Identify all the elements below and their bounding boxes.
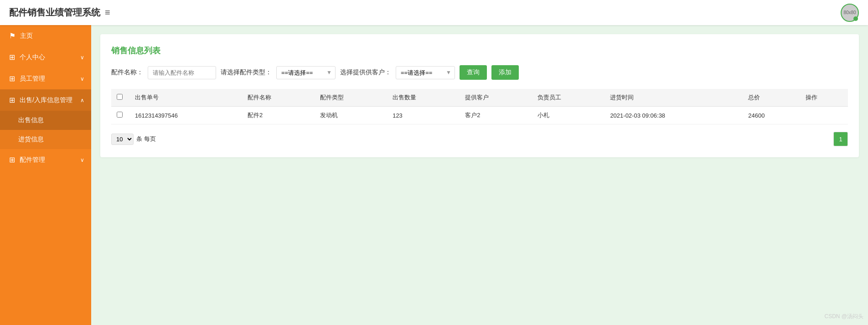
layout: ⚑ 主页 ⊞ 个人中心 ∨ ⊞ 员工管理 ∨ ⊞ 出售/入库信息管理 ∧ 出售信… (0, 25, 868, 325)
home-icon: ⚑ (9, 31, 16, 40)
col-order-no: 出售单号 (129, 89, 242, 107)
table-body: 1612314397546 配件2 发动机 123 客户2 小札 2021-02… (111, 107, 848, 124)
page-1-button[interactable]: 1 (833, 132, 848, 146)
header: 配件销售业绩管理系统 ≡ 80x80 (0, 0, 868, 25)
row-action (800, 107, 848, 124)
col-quantity: 出售数量 (387, 89, 460, 107)
col-total-price: 总价 (743, 89, 800, 107)
chevron-down-icon: ∨ (80, 54, 84, 61)
supplier-filter-select[interactable]: ==请选择== (396, 66, 455, 79)
sidebar-item-parts[interactable]: ⊞ 配件管理 ∨ (0, 149, 91, 170)
row-supplier: 客户2 (460, 107, 532, 124)
main-content: 销售信息列表 配件名称： 请选择配件类型： ==请选择== ▼ 选择提供供客户：… (91, 25, 868, 325)
sidebar-item-label-sale-info: 出售信息 (18, 116, 44, 124)
row-employee[interactable]: 小札 (532, 107, 604, 124)
sale-in-icon: ⊞ (9, 96, 15, 104)
avatar-text: 80x80 (843, 10, 856, 15)
col-action: 操作 (800, 89, 848, 107)
per-page-select[interactable]: 10 20 50 (111, 134, 134, 145)
per-page-label: 条 每页 (136, 135, 156, 143)
row-time: 2021-02-03 09:06:38 (604, 107, 743, 124)
col-supplier: 提供客户 (460, 89, 532, 107)
avatar[interactable]: 80x80 (841, 4, 859, 22)
sidebar-item-employee[interactable]: ⊞ 员工管理 ∨ (0, 68, 91, 89)
personal-icon: ⊞ (9, 53, 15, 62)
type-filter-wrapper: ==请选择== ▼ (276, 66, 336, 79)
row-parts-name: 配件2 (242, 107, 315, 124)
row-checkbox[interactable] (117, 112, 123, 118)
name-filter-input[interactable] (148, 66, 216, 79)
sidebar-item-sale-in[interactable]: ⊞ 出售/入库信息管理 ∧ (0, 89, 91, 111)
sidebar-item-in-info[interactable]: 进货信息 (0, 130, 91, 149)
sidebar: ⚑ 主页 ⊞ 个人中心 ∨ ⊞ 员工管理 ∨ ⊞ 出售/入库信息管理 ∧ 出售信… (0, 25, 91, 325)
pagination-area: 10 20 50 条 每页 1 (111, 132, 848, 146)
content-card: 销售信息列表 配件名称： 请选择配件类型： ==请选择== ▼ 选择提供供客户：… (100, 34, 859, 157)
select-all-checkbox[interactable] (117, 94, 123, 100)
sidebar-item-home[interactable]: ⚑ 主页 (0, 25, 91, 46)
supplier-filter-label: 选择提供供客户： (340, 68, 391, 77)
sidebar-item-label-home: 主页 (20, 32, 33, 40)
avatar-status-dot (853, 16, 858, 21)
sidebar-item-label-sale-in: 出售/入库信息管理 (20, 96, 72, 104)
sidebar-item-sale-info[interactable]: 出售信息 (0, 111, 91, 130)
filter-bar: 配件名称： 请选择配件类型： ==请选择== ▼ 选择提供供客户： ==请选择=… (111, 65, 848, 80)
col-parts-type: 配件类型 (315, 89, 387, 107)
chevron-down-icon-employee: ∨ (80, 76, 84, 82)
col-employee: 负责员工 (532, 89, 604, 107)
chevron-up-icon: ∧ (80, 97, 84, 103)
table-header: 出售单号 配件名称 配件类型 出售数量 提供客户 负责员工 进货时间 总价 操作 (111, 89, 848, 107)
sidebar-item-label-personal: 个人中心 (20, 53, 45, 62)
chevron-down-icon-parts: ∨ (80, 157, 84, 163)
col-parts-name: 配件名称 (242, 89, 315, 107)
supplier-filter-wrapper: ==请选择== ▼ (396, 66, 455, 79)
per-page-wrapper: 10 20 50 条 每页 (111, 134, 156, 145)
app-title: 配件销售业绩管理系统 (9, 6, 100, 19)
row-parts-type: 发动机 (315, 107, 387, 124)
row-quantity: 123 (387, 107, 460, 124)
sidebar-item-label-parts: 配件管理 (20, 156, 45, 164)
table-row: 1612314397546 配件2 发动机 123 客户2 小札 2021-02… (111, 107, 848, 124)
name-filter-label: 配件名称： (111, 68, 143, 77)
employee-icon: ⊞ (9, 74, 15, 83)
sidebar-item-label-in-info: 进货信息 (18, 135, 44, 144)
type-filter-select[interactable]: ==请选择== (276, 66, 336, 79)
row-checkbox-cell (111, 107, 129, 124)
add-button[interactable]: 添加 (491, 65, 519, 80)
data-table: 出售单号 配件名称 配件类型 出售数量 提供客户 负责员工 进货时间 总价 操作 (111, 89, 848, 124)
pagination-buttons: 1 (833, 132, 848, 146)
sidebar-item-personal[interactable]: ⊞ 个人中心 ∨ (0, 46, 91, 68)
menu-toggle-icon[interactable]: ≡ (105, 7, 473, 18)
watermark: CSDN @汤闷头 (824, 313, 863, 320)
col-checkbox (111, 89, 129, 107)
query-button[interactable]: 查询 (460, 65, 487, 80)
row-order-no: 1612314397546 (129, 107, 242, 124)
page-title: 销售信息列表 (111, 45, 848, 56)
type-filter-label: 请选择配件类型： (221, 68, 272, 77)
parts-icon: ⊞ (9, 155, 15, 164)
row-total-price: 24600 (743, 107, 800, 124)
col-time: 进货时间 (604, 89, 743, 107)
sidebar-item-label-employee: 员工管理 (20, 75, 45, 83)
